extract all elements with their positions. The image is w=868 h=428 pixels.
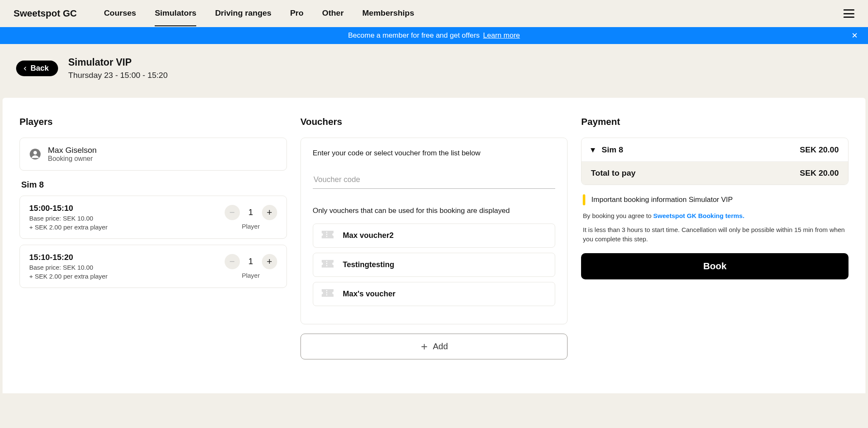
increment-button[interactable]: + — [262, 205, 277, 220]
total-amount: SEK 20.00 — [800, 168, 839, 178]
close-icon[interactable]: ✕ — [851, 31, 858, 40]
vouchers-heading: Vouchers — [300, 116, 568, 127]
svg-rect-7 — [326, 265, 327, 266]
booking-terms-link[interactable]: Sweetspot GK Booking terms. — [653, 212, 744, 219]
svg-rect-2 — [326, 232, 327, 233]
add-label: Add — [433, 342, 448, 351]
decrement-button[interactable]: − — [225, 205, 240, 220]
nav-memberships[interactable]: Memberships — [362, 1, 414, 26]
total-label: Total to pay — [591, 168, 635, 178]
svg-rect-4 — [326, 236, 327, 237]
brand-logo[interactable]: Sweetspot GC — [14, 8, 77, 19]
avatar-icon — [29, 148, 41, 160]
slot-extra-price: + SEK 2.00 per extra player — [29, 224, 108, 231]
important-info[interactable]: Important booking information Simulator … — [583, 194, 849, 205]
booking-owner-card: Max Giselson Booking owner — [19, 138, 287, 171]
time-slot-card: 15:00-15:10Base price: SEK 10.00+ SEK 2.… — [19, 196, 287, 239]
voucher-note: Only vouchers that can be used for this … — [313, 207, 556, 215]
page-subtitle: Thursday 23 - 15:00 - 15:20 — [68, 71, 167, 80]
cancellation-note: It is less than 3 hours to start time. C… — [583, 225, 849, 244]
plus-icon — [420, 342, 428, 351]
decrement-button[interactable]: − — [225, 254, 240, 269]
info-accent-bar — [583, 194, 585, 205]
slot-time: 15:10-15:20 — [29, 253, 108, 262]
increment-button[interactable]: + — [262, 254, 277, 269]
terms-prefix: By booking you agree to — [583, 212, 653, 219]
slot-base-price: Base price: SEK 10.00 — [29, 215, 108, 222]
terms-line: By booking you agree to Sweetspot GK Boo… — [583, 212, 849, 219]
payment-total-row: Total to pay SEK 20.00 — [581, 161, 848, 185]
time-slot-card: 15:10-15:20Base price: SEK 10.00+ SEK 2.… — [19, 245, 287, 288]
svg-rect-3 — [326, 234, 327, 235]
back-button[interactable]: Back — [16, 61, 58, 76]
player-unit: Player — [242, 223, 260, 230]
banner-text: Become a member for free and get offers — [348, 31, 480, 40]
voucher-hint: Enter your code or select voucher from t… — [313, 149, 556, 157]
player-stepper: −1+Player — [225, 254, 277, 279]
voucher-name: Max's voucher — [343, 290, 395, 298]
voucher-item[interactable]: Testingtesting — [313, 253, 556, 277]
ticket-icon — [321, 259, 334, 271]
info-text: Important booking information Simulator … — [591, 196, 733, 204]
main-content: Players Max Giselson Booking owner Sim 8… — [3, 98, 865, 393]
top-nav: Sweetspot GC CoursesSimulatorsDriving ra… — [0, 0, 868, 27]
ticket-icon — [321, 288, 334, 300]
vouchers-card: Enter your code or select voucher from t… — [300, 138, 568, 324]
promo-banner: Become a member for free and get offers … — [0, 27, 868, 44]
payment-line-amount: SEK 20.00 — [800, 145, 839, 155]
payment-summary: ▾ Sim 8 SEK 20.00 Total to pay SEK 20.00 — [581, 138, 849, 185]
payment-heading: Payment — [581, 116, 849, 127]
owner-name: Max Giselson — [48, 146, 97, 155]
slot-group-heading: Sim 8 — [21, 180, 287, 190]
add-voucher-button[interactable]: Add — [300, 334, 568, 359]
nav-courses[interactable]: Courses — [104, 1, 136, 26]
slot-extra-price: + SEK 2.00 per extra player — [29, 273, 108, 280]
player-count: 1 — [248, 207, 254, 217]
slot-time: 15:00-15:10 — [29, 204, 108, 213]
player-unit: Player — [242, 272, 260, 279]
ticket-icon — [321, 230, 334, 241]
nav-pro[interactable]: Pro — [290, 1, 303, 26]
players-column: Players Max Giselson Booking owner Sim 8… — [19, 116, 287, 359]
svg-rect-8 — [326, 290, 327, 291]
nav-other[interactable]: Other — [322, 1, 344, 26]
voucher-name: Testingtesting — [343, 260, 395, 269]
svg-rect-9 — [326, 292, 327, 293]
payment-line-label: Sim 8 — [602, 145, 623, 154]
svg-rect-5 — [326, 261, 327, 262]
nav-simulators[interactable]: Simulators — [155, 1, 196, 26]
voucher-item[interactable]: Max voucher2 — [313, 224, 556, 248]
player-count: 1 — [248, 257, 254, 266]
voucher-name: Max voucher2 — [343, 231, 394, 240]
back-label: Back — [31, 64, 49, 73]
payment-line-item[interactable]: ▾ Sim 8 SEK 20.00 — [581, 138, 848, 161]
svg-rect-10 — [326, 294, 327, 295]
chevron-left-icon — [22, 66, 28, 72]
vouchers-column: Vouchers Enter your code or select vouch… — [300, 116, 568, 359]
nav-driving-ranges[interactable]: Driving ranges — [215, 1, 271, 26]
banner-learn-more-link[interactable]: Learn more — [483, 31, 520, 40]
book-button[interactable]: Book — [581, 253, 849, 279]
page-title: Simulator VIP — [68, 57, 167, 68]
svg-rect-6 — [326, 263, 327, 264]
voucher-item[interactable]: Max's voucher — [313, 282, 556, 306]
svg-point-1 — [33, 151, 37, 155]
voucher-code-input[interactable] — [313, 173, 556, 189]
owner-role: Booking owner — [48, 155, 97, 163]
slot-base-price: Base price: SEK 10.00 — [29, 264, 108, 271]
page-header: Back Simulator VIP Thursday 23 - 15:00 -… — [0, 44, 868, 98]
payment-column: Payment ▾ Sim 8 SEK 20.00 Total to pay S… — [581, 116, 849, 359]
hamburger-menu-icon[interactable] — [843, 9, 854, 18]
caret-down-icon: ▾ — [591, 145, 595, 155]
players-heading: Players — [19, 116, 287, 127]
player-stepper: −1+Player — [225, 205, 277, 230]
